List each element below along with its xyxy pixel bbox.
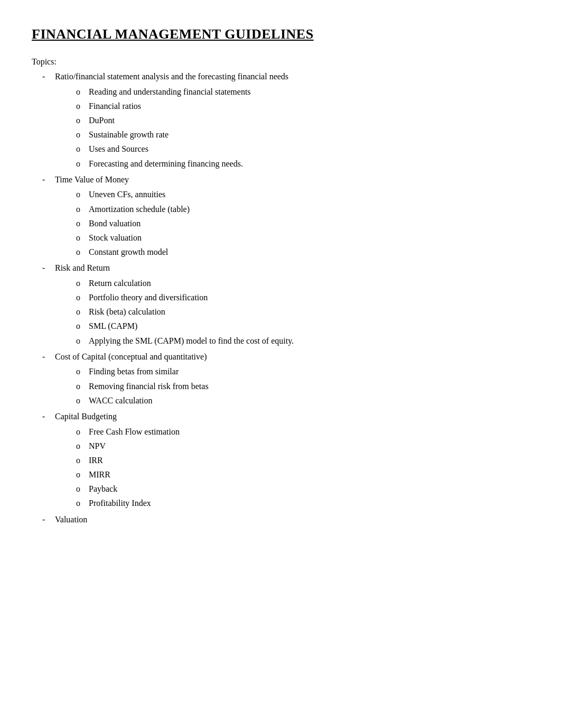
sub-item: WACC calculation — [76, 393, 529, 408]
sub-item: Forecasting and determining financing ne… — [76, 156, 529, 171]
main-topics-list: Ratio/financial statement analysis and t… — [32, 70, 529, 526]
main-topic-ratio-analysis: Ratio/financial statement analysis and t… — [42, 70, 529, 171]
sub-item: Bond valuation — [76, 216, 529, 231]
sub-list-time-value: Uneven CFs, annuitiesAmortization schedu… — [55, 187, 529, 259]
sub-item: IRR — [76, 453, 529, 467]
sub-item: SML (CAPM) — [76, 319, 529, 333]
sub-item: Uses and Sources — [76, 142, 529, 156]
page-title: FINANCIAL MANAGEMENT GUIDELINES — [32, 26, 529, 42]
sub-item: Finding betas from similar — [76, 364, 529, 379]
sub-item: Return calculation — [76, 276, 529, 290]
sub-item: Constant growth model — [76, 245, 529, 259]
sub-item: NPV — [76, 439, 529, 453]
sub-item: DuPont — [76, 113, 529, 127]
sub-item: Uneven CFs, annuities — [76, 187, 529, 201]
sub-item: Payback — [76, 482, 529, 496]
main-topic-time-value: Time Value of MoneyUneven CFs, annuities… — [42, 173, 529, 260]
main-topic-cost-of-capital: Cost of Capital (conceptual and quantita… — [42, 350, 529, 408]
sub-item: Reading and understanding financial stat… — [76, 85, 529, 99]
sub-item: Sustainable growth rate — [76, 127, 529, 142]
sub-list-risk-return: Return calculationPortfolio theory and d… — [55, 276, 529, 348]
sub-item: Applying the SML (CAPM) model to find th… — [76, 334, 529, 348]
sub-item: Stock valuation — [76, 231, 529, 245]
sub-list-capital-budgeting: Free Cash Flow estimationNPVIRRMIRRPayba… — [55, 425, 529, 511]
topics-label: Topics: — [32, 57, 529, 67]
sub-item: Portfolio theory and diversification — [76, 290, 529, 305]
sub-item: Amortization schedule (table) — [76, 202, 529, 216]
sub-list-cost-of-capital: Finding betas from similarRemoving finan… — [55, 364, 529, 408]
sub-item: Removing financial risk from betas — [76, 379, 529, 393]
sub-item: Financial ratios — [76, 99, 529, 113]
sub-list-ratio-analysis: Reading and understanding financial stat… — [55, 85, 529, 171]
main-topic-risk-return: Risk and ReturnReturn calculationPortfol… — [42, 261, 529, 348]
sub-item: MIRR — [76, 467, 529, 482]
main-topic-capital-budgeting: Capital BudgetingFree Cash Flow estimati… — [42, 410, 529, 511]
sub-item: Profitability Index — [76, 496, 529, 510]
sub-item: Risk (beta) calculation — [76, 305, 529, 319]
main-topic-valuation: Valuation — [42, 513, 529, 527]
sub-item: Free Cash Flow estimation — [76, 425, 529, 439]
